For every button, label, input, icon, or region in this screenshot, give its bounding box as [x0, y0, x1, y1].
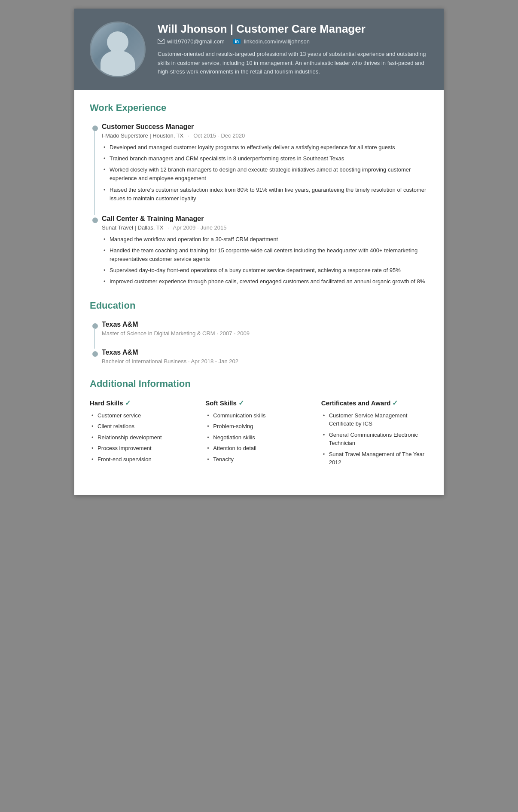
email-icon: [158, 39, 165, 44]
job-meta-0: I-Mado Superstore | Houston, TX · Oct 20…: [102, 132, 428, 139]
bullet-item: Trained branch managers and CRM speciali…: [102, 154, 428, 163]
education-timeline: Texas A&M Master of Science in Digital M…: [90, 321, 428, 365]
edu-institution-0: Texas A&M: [102, 321, 428, 328]
additional-section: Additional Information Hard Skills ✓ Cus…: [90, 378, 428, 469]
job-item-1: Call Center & Training Manager Sunat Tra…: [102, 215, 428, 286]
email-contact: will197070@gmail.com: [158, 38, 225, 45]
skill-item: Attention to detail: [205, 444, 312, 453]
hard-skills-list: Customer service Client relations Relati…: [90, 411, 197, 464]
bullet-item: Handled the team coaching and training f…: [102, 246, 428, 264]
education-section: Education Texas A&M Master of Science in…: [90, 300, 428, 365]
soft-skills-list: Communication skills Problem-solving Neg…: [205, 411, 312, 464]
cert-item: Sunat Travel Management of The Year 2012: [321, 450, 428, 467]
certificates-column: Certificates and Award ✓ Customer Servic…: [321, 399, 428, 469]
avatar-image: [91, 23, 144, 76]
edu-degree-0: Master of Science in Digital Marketing &…: [102, 330, 428, 337]
soft-skills-heading: Soft Skills ✓: [205, 399, 312, 407]
job-title-0: Customer Success Manager: [102, 123, 428, 131]
work-experience-section: Work Experience Customer Success Manager…: [90, 102, 428, 286]
skill-item: Negotiation skills: [205, 433, 312, 442]
hard-skills-heading: Hard Skills ✓: [90, 399, 197, 407]
skill-item: Communication skills: [205, 411, 312, 420]
certificates-check-icon: ✓: [392, 399, 398, 407]
certificates-list: Customer Service Management Certificate …: [321, 411, 428, 467]
additional-title: Additional Information: [90, 378, 428, 391]
job-item-0: Customer Success Manager I-Mado Supersto…: [102, 123, 428, 203]
skill-item: Front-end supervision: [90, 455, 197, 464]
linkedin-contact: in linkedin.com/in/willjohnson: [233, 38, 310, 45]
work-experience-title: Work Experience: [90, 102, 428, 115]
avatar: [90, 21, 146, 77]
edu-item-1: Texas A&M Bachelor of International Busi…: [102, 349, 428, 365]
skill-item: Customer service: [90, 411, 197, 420]
bullet-item: Supervised day-to-day front-end operatio…: [102, 266, 428, 275]
edu-degree-1: Bachelor of International Business · Apr…: [102, 358, 428, 365]
header-info: Will Jhonson | Customer Care Manager wil…: [158, 22, 428, 77]
soft-skills-column: Soft Skills ✓ Communication skills Probl…: [205, 399, 312, 469]
work-timeline: Customer Success Manager I-Mado Supersto…: [90, 123, 428, 286]
edu-item-0: Texas A&M Master of Science in Digital M…: [102, 321, 428, 337]
bullet-item: Worked closely with 12 branch managers t…: [102, 165, 428, 183]
skill-item: Client relations: [90, 422, 197, 431]
contact-row: will197070@gmail.com in linkedin.com/in/…: [158, 38, 428, 45]
linkedin-icon: in: [233, 39, 241, 44]
hard-skills-column: Hard Skills ✓ Customer service Client re…: [90, 399, 197, 469]
cert-item: General Communications Electronic Techni…: [321, 431, 428, 447]
job-bullets-1: Managed the workflow and operation for a…: [102, 235, 428, 286]
resume-document: Will Jhonson | Customer Care Manager wil…: [74, 9, 444, 495]
skill-item: Relationship development: [90, 433, 197, 442]
certificates-heading: Certificates and Award ✓: [321, 399, 428, 407]
job-meta-1: Sunat Travel | Dallas, TX · Apr 2009 - J…: [102, 224, 428, 231]
bullet-item: Managed the workflow and operation for a…: [102, 235, 428, 244]
hard-skills-check-icon: ✓: [125, 399, 131, 407]
resume-main: Work Experience Customer Success Manager…: [74, 90, 444, 495]
skill-item: Problem-solving: [205, 422, 312, 431]
skill-item: Tenacity: [205, 455, 312, 464]
bullet-item: Raised the store's customer satisfaction…: [102, 186, 428, 203]
bullet-item: Developed and managed customer loyalty p…: [102, 143, 428, 152]
bullet-item: Improved customer experience through pho…: [102, 277, 428, 286]
summary-text: Customer-oriented and results-targeted p…: [158, 50, 428, 77]
job-bullets-0: Developed and managed customer loyalty p…: [102, 143, 428, 203]
soft-skills-check-icon: ✓: [238, 399, 244, 407]
candidate-name: Will Jhonson | Customer Care Manager: [158, 22, 428, 36]
resume-header: Will Jhonson | Customer Care Manager wil…: [74, 9, 444, 90]
cert-item: Customer Service Management Certificate …: [321, 411, 428, 428]
skill-item: Process improvement: [90, 444, 197, 453]
education-title: Education: [90, 300, 428, 313]
edu-institution-1: Texas A&M: [102, 349, 428, 356]
skills-grid: Hard Skills ✓ Customer service Client re…: [90, 399, 428, 469]
job-title-1: Call Center & Training Manager: [102, 215, 428, 223]
